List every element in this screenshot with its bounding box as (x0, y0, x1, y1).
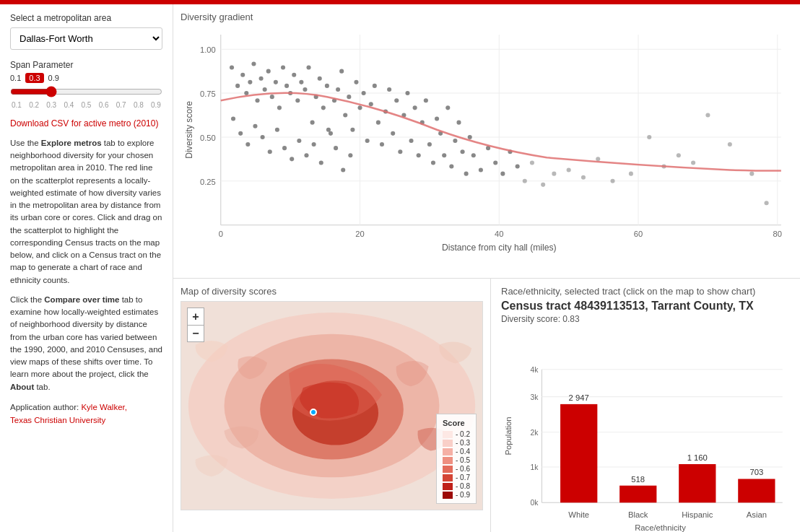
span-min: 0.1 (10, 74, 21, 82)
svg-text:Black: Black (628, 510, 648, 519)
svg-point-123 (326, 128, 331, 132)
svg-text:1 160: 1 160 (687, 453, 708, 462)
legend-color-6 (443, 474, 453, 481)
svg-point-27 (255, 98, 259, 103)
svg-point-107 (728, 142, 732, 147)
bar-asian[interactable] (738, 479, 775, 502)
university-link[interactable]: Texas Christian University (10, 416, 105, 424)
svg-point-109 (765, 201, 769, 205)
svg-point-125 (341, 168, 345, 173)
svg-point-65 (394, 98, 399, 103)
svg-text:White: White (568, 510, 589, 519)
svg-point-102 (647, 135, 651, 139)
svg-text:4k: 4k (530, 366, 539, 374)
legend-color-1 (443, 431, 453, 438)
svg-point-45 (321, 105, 326, 110)
svg-point-25 (248, 80, 252, 84)
svg-text:Hispanic: Hispanic (682, 510, 713, 519)
legend-item: - 0.7 (443, 474, 470, 481)
zoom-in-button[interactable]: + (187, 308, 204, 325)
map-area[interactable]: + − Score - 0.2 (181, 301, 483, 510)
span-slider[interactable] (10, 86, 162, 97)
svg-point-71 (417, 153, 421, 157)
svg-point-22 (235, 84, 240, 88)
svg-point-52 (347, 95, 351, 99)
svg-point-61 (380, 142, 384, 147)
race-bar-chart[interactable]: 0k 1k 2k 3k 4k Population 2 947 White 51… (501, 331, 790, 532)
legend-label-1: - 0.2 (456, 430, 470, 438)
svg-point-92 (516, 164, 520, 168)
bar-hispanic[interactable] (679, 464, 716, 502)
svg-point-64 (391, 131, 395, 136)
svg-text:Distance from city hall (miles: Distance from city hall (miles) (442, 243, 557, 253)
svg-point-29 (263, 87, 267, 92)
svg-point-37 (292, 73, 296, 77)
legend-color-7 (443, 483, 453, 490)
svg-point-111 (238, 131, 243, 136)
svg-point-66 (398, 149, 402, 154)
svg-point-26 (251, 61, 256, 66)
svg-point-120 (304, 153, 308, 157)
svg-point-108 (749, 172, 754, 176)
svg-point-50 (339, 69, 344, 74)
span-param-label: Span Parameter (10, 60, 162, 70)
svg-point-54 (354, 80, 358, 84)
svg-point-31 (270, 95, 274, 99)
svg-point-40 (303, 87, 307, 92)
svg-point-79 (445, 105, 450, 110)
svg-point-55 (357, 105, 362, 110)
bar-black[interactable] (619, 486, 656, 503)
scatter-title: Diversity gradient (181, 12, 788, 22)
bar-white[interactable] (560, 404, 597, 502)
svg-point-117 (282, 146, 287, 150)
svg-point-46 (325, 84, 329, 88)
svg-point-87 (479, 168, 483, 173)
author-link[interactable]: Kyle Walker, (81, 403, 126, 411)
svg-text:Diversity score: Diversity score (184, 101, 194, 159)
download-csv-link[interactable]: Download CSV for active metro (2010) (10, 118, 162, 130)
svg-point-115 (268, 149, 272, 154)
svg-text:0.50: 0.50 (200, 134, 216, 142)
svg-text:0k: 0k (530, 499, 539, 507)
svg-point-97 (567, 168, 571, 173)
map-panel: Map of diversity scores (173, 279, 491, 532)
svg-point-83 (461, 149, 465, 154)
svg-point-100 (610, 179, 614, 183)
legend-label-3: - 0.4 (456, 448, 470, 455)
svg-point-101 (629, 172, 633, 176)
span-ticks: 0.10.20.30.40.50.60.70.80.9 (10, 101, 162, 109)
race-title: Race/ethnicity, selected tract (click on… (501, 286, 790, 297)
scatter-panel: Diversity gradient 0.25 0.50 (173, 4, 800, 279)
legend-label-5: - 0.6 (456, 465, 470, 473)
svg-point-41 (306, 66, 310, 70)
svg-text:0: 0 (219, 230, 223, 238)
svg-text:40: 40 (495, 230, 503, 238)
legend-item: - 0.8 (443, 482, 470, 490)
svg-point-73 (424, 98, 428, 103)
map-marker (310, 409, 317, 416)
zoom-out-button[interactable]: − (187, 325, 204, 342)
svg-point-94 (530, 160, 534, 165)
svg-text:518: 518 (631, 475, 645, 484)
svg-point-39 (299, 80, 303, 84)
svg-text:2k: 2k (530, 429, 539, 437)
svg-point-112 (245, 142, 250, 147)
svg-text:0.25: 0.25 (200, 178, 216, 186)
svg-text:Race/ethnicity: Race/ethnicity (635, 523, 686, 532)
author-section: Application author: Kyle Walker, Texas C… (10, 401, 162, 427)
svg-point-85 (468, 135, 472, 139)
svg-point-82 (456, 121, 461, 125)
svg-point-105 (691, 160, 695, 165)
svg-point-28 (259, 77, 264, 81)
svg-text:3k: 3k (530, 393, 539, 401)
metro-select[interactable]: Dallas-Fort Worth Houston Austin San Ant… (10, 27, 162, 50)
scatter-svg[interactable]: 0.25 0.50 0.75 1.00 0 20 40 60 80 Divers… (181, 25, 788, 256)
svg-point-59 (373, 84, 377, 88)
legend-item: - 0.9 (443, 491, 470, 499)
legend-label-2: - 0.3 (456, 439, 470, 447)
svg-point-78 (442, 153, 446, 157)
legend-item: - 0.3 (443, 439, 470, 447)
svg-point-89 (493, 160, 497, 165)
description-1: Use the Explore metros tab to explore ne… (10, 137, 162, 287)
svg-point-76 (435, 117, 439, 121)
